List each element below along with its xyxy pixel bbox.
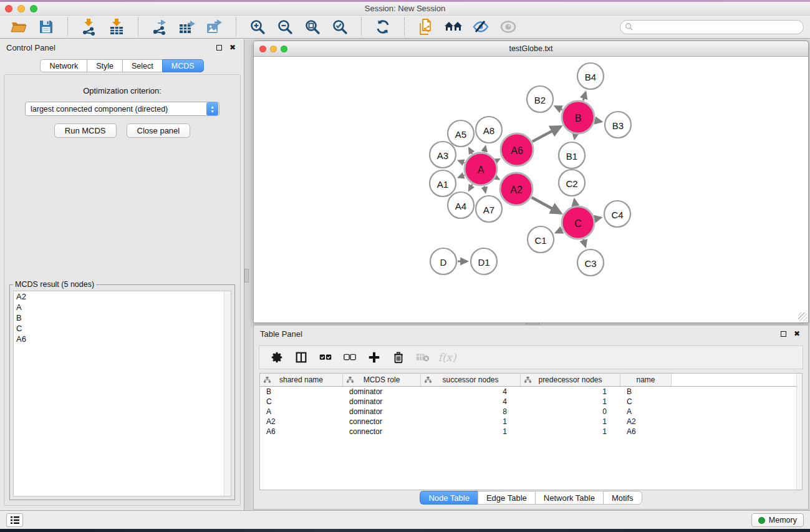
export-image-button[interactable] bbox=[203, 17, 226, 36]
zoom-window-button[interactable] bbox=[30, 5, 37, 12]
graph-node-C4[interactable]: C4 bbox=[604, 201, 630, 227]
refresh-view-button[interactable] bbox=[372, 17, 394, 36]
edge-B-B4[interactable] bbox=[583, 92, 586, 100]
network-graph[interactable]: B4B2BB3A5A8A6B1A3AA1C2A2A4A7C4CC1DD1C3 bbox=[254, 57, 808, 322]
memory-button[interactable]: Memory bbox=[751, 513, 804, 527]
tab-network[interactable]: Network bbox=[40, 59, 87, 72]
first-neighbors-button[interactable] bbox=[442, 17, 465, 36]
edge-C-C2[interactable] bbox=[574, 200, 576, 206]
task-history-button[interactable] bbox=[6, 513, 23, 527]
graph-node-A4[interactable]: A4 bbox=[448, 192, 474, 218]
result-list-scrollbar[interactable] bbox=[224, 291, 231, 496]
search-input[interactable] bbox=[620, 20, 804, 34]
network-resize-grip[interactable] bbox=[798, 312, 807, 321]
function-builder-button[interactable]: f(x) bbox=[437, 348, 457, 367]
graph-node-A3[interactable]: A3 bbox=[430, 142, 456, 168]
edge-B-B1[interactable] bbox=[574, 135, 575, 139]
table-close-icon[interactable]: ✖ bbox=[792, 329, 802, 339]
graph-node-C3[interactable]: C3 bbox=[577, 249, 604, 276]
new-network-from-selection-button[interactable] bbox=[415, 17, 437, 36]
mcds-result-item[interactable]: C bbox=[14, 323, 231, 334]
column-header-successor-nodes[interactable]: successor nodes bbox=[421, 374, 521, 386]
open-session-button[interactable] bbox=[7, 17, 30, 36]
graph-node-A2[interactable]: A2 bbox=[500, 173, 533, 205]
export-table-button[interactable] bbox=[176, 17, 198, 36]
minimize-window-button[interactable] bbox=[17, 5, 25, 12]
criterion-select[interactable]: largest connected component (directed) ▲… bbox=[25, 102, 219, 116]
graph-node-A1[interactable]: A1 bbox=[430, 170, 456, 196]
graph-node-D[interactable]: D bbox=[430, 248, 456, 274]
show-eye-button[interactable] bbox=[497, 17, 519, 36]
column-header-name[interactable]: name bbox=[620, 374, 672, 386]
graph-node-B4[interactable]: B4 bbox=[577, 63, 604, 89]
table-row[interactable]: Cdominator41C bbox=[260, 397, 802, 407]
select-all-columns-button[interactable] bbox=[316, 348, 335, 367]
edge-C-C1[interactable] bbox=[556, 230, 562, 232]
edge-C-C3[interactable] bbox=[583, 239, 586, 247]
network-close-button[interactable] bbox=[259, 46, 266, 52]
import-table-button[interactable] bbox=[105, 17, 128, 36]
mcds-result-item[interactable]: B bbox=[14, 312, 231, 323]
edge-A-A2[interactable] bbox=[496, 178, 499, 180]
graph-node-A[interactable]: A bbox=[465, 153, 497, 185]
mcds-result-item[interactable]: A6 bbox=[14, 334, 231, 344]
delete-table-button[interactable] bbox=[413, 348, 433, 367]
graph-node-A7[interactable]: A7 bbox=[476, 196, 502, 222]
export-network-button[interactable] bbox=[148, 17, 171, 36]
network-canvas[interactable]: B4B2BB3A5A8A6B1A3AA1C2A2A4A7C4CC1DD1C3 bbox=[254, 57, 808, 322]
edge-A-A5[interactable] bbox=[469, 148, 472, 154]
deselect-all-columns-button[interactable] bbox=[340, 348, 360, 367]
table-row[interactable]: Bdominator41B bbox=[260, 387, 802, 397]
table-row[interactable]: A2connector11A2 bbox=[260, 417, 802, 427]
hide-panels-button[interactable] bbox=[470, 17, 492, 36]
graph-node-C1[interactable]: C1 bbox=[528, 226, 554, 253]
network-zoom-button[interactable] bbox=[281, 46, 287, 52]
node-table[interactable]: shared nameMCDS rolesuccessor nodesprede… bbox=[259, 373, 803, 490]
edge-A6-B[interactable] bbox=[533, 127, 561, 142]
tab-edge-table[interactable]: Edge Table bbox=[478, 491, 535, 505]
tab-mcds[interactable]: MCDS bbox=[162, 59, 204, 72]
table-float-icon[interactable] bbox=[778, 329, 788, 339]
column-header-shared-name[interactable]: shared name bbox=[260, 374, 343, 386]
edge-B-B2[interactable] bbox=[555, 107, 562, 110]
run-mcds-button[interactable]: Run MCDS bbox=[54, 123, 117, 138]
edge-B-B3[interactable] bbox=[595, 120, 602, 122]
graph-node-A6[interactable]: A6 bbox=[501, 133, 533, 166]
close-panel-button[interactable]: Close panel bbox=[127, 123, 191, 138]
tab-style[interactable]: Style bbox=[87, 59, 122, 72]
table-settings-button[interactable] bbox=[267, 348, 287, 367]
edge-A2-C[interactable] bbox=[532, 197, 561, 213]
edge-A-A7[interactable] bbox=[485, 186, 486, 192]
mcds-result-item[interactable]: A bbox=[14, 302, 231, 312]
delete-column-button[interactable] bbox=[388, 348, 408, 367]
mcds-result-item[interactable]: A2 bbox=[14, 291, 231, 302]
close-panel-icon[interactable]: ✖ bbox=[228, 42, 238, 52]
edge-A-A1[interactable] bbox=[458, 175, 465, 178]
tab-motifs[interactable]: Motifs bbox=[603, 491, 642, 505]
table-row[interactable]: Adominator80A bbox=[260, 407, 802, 417]
close-window-button[interactable] bbox=[5, 5, 12, 12]
edge-A-A8[interactable] bbox=[485, 146, 486, 152]
graph-node-C[interactable]: C bbox=[562, 206, 594, 239]
table-row[interactable]: A6connector11A6 bbox=[260, 427, 802, 437]
create-column-button[interactable] bbox=[364, 348, 384, 367]
zoom-in-button[interactable] bbox=[246, 17, 269, 36]
graph-node-B2[interactable]: B2 bbox=[527, 86, 553, 112]
graph-node-B1[interactable]: B1 bbox=[559, 142, 585, 168]
tab-network-table[interactable]: Network Table bbox=[535, 491, 603, 505]
import-network-button[interactable] bbox=[78, 17, 100, 36]
tab-select[interactable]: Select bbox=[122, 59, 162, 72]
graph-node-B[interactable]: B bbox=[562, 101, 594, 133]
save-session-button[interactable] bbox=[35, 17, 57, 36]
edge-A-A4[interactable] bbox=[469, 185, 472, 191]
column-header-MCDS-role[interactable]: MCDS role bbox=[343, 374, 421, 386]
column-header-predecessor-nodes[interactable]: predecessor nodes bbox=[521, 374, 620, 386]
graph-node-C2[interactable]: C2 bbox=[559, 170, 585, 196]
network-minimize-button[interactable] bbox=[270, 46, 277, 52]
graph-node-D1[interactable]: D1 bbox=[471, 248, 497, 274]
zoom-fit-button[interactable] bbox=[301, 17, 324, 36]
vertical-splitter-grip[interactable] bbox=[244, 269, 249, 283]
edge-A-A6[interactable] bbox=[496, 159, 499, 161]
edge-C-C4[interactable] bbox=[595, 218, 600, 219]
graph-node-A8[interactable]: A8 bbox=[476, 117, 502, 143]
